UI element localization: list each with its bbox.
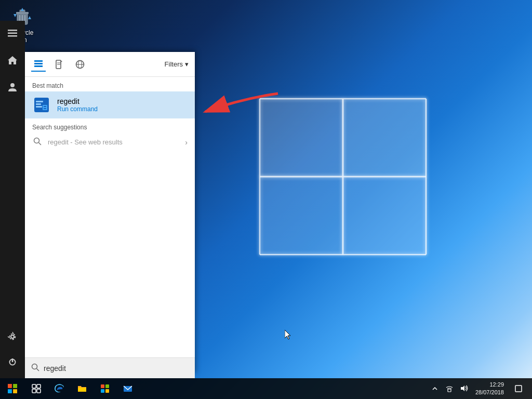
- svg-rect-9: [343, 177, 425, 254]
- svg-rect-43: [44, 106, 46, 107]
- svg-marker-17: [14, 14, 17, 17]
- svg-rect-54: [37, 384, 41, 388]
- taskbar-edge[interactable]: [48, 378, 71, 399]
- svg-marker-18: [28, 16, 31, 19]
- taskbar-store[interactable]: [94, 378, 116, 399]
- notification-center-button[interactable]: [509, 378, 528, 399]
- svg-rect-65: [515, 385, 522, 392]
- sidebar-hamburger-icon[interactable]: [0, 21, 25, 46]
- svg-point-24: [10, 83, 15, 87]
- svg-rect-63: [448, 389, 451, 392]
- svg-rect-60: [101, 389, 104, 393]
- sidebar-settings-icon[interactable]: [0, 324, 25, 349]
- regedit-icon: [32, 96, 51, 114]
- svg-rect-30: [34, 63, 43, 64]
- best-match-item[interactable]: regedit Run command: [25, 91, 195, 118]
- start-menu: Filters ▾ Best match regedit Run command…: [25, 52, 195, 374]
- svg-line-46: [39, 143, 42, 145]
- filter-bar: Filters ▾: [25, 52, 195, 77]
- svg-rect-49: [8, 384, 12, 388]
- filters-button[interactable]: Filters ▾: [165, 60, 189, 68]
- suggestion-suffix: - See web results: [69, 138, 123, 146]
- filter-doc-icon[interactable]: [52, 57, 66, 72]
- network-icon[interactable]: [443, 378, 456, 399]
- svg-rect-61: [105, 389, 109, 393]
- svg-point-25: [11, 335, 14, 338]
- search-suggestion-icon: [32, 137, 43, 147]
- svg-point-47: [32, 364, 37, 369]
- best-match-name: regedit: [57, 97, 98, 105]
- taskbar-taskview[interactable]: [25, 378, 48, 399]
- start-button[interactable]: [0, 378, 25, 399]
- svg-rect-21: [8, 33, 17, 34]
- clock-time: 12:29: [475, 381, 504, 389]
- svg-rect-8: [260, 177, 342, 254]
- taskbar: 12:29 28/07/2018: [0, 378, 532, 399]
- svg-rect-29: [34, 60, 43, 62]
- svg-marker-16: [21, 8, 24, 11]
- sidebar-user-icon[interactable]: [0, 75, 25, 100]
- filter-grid-icon[interactable]: [31, 57, 46, 72]
- svg-marker-23: [8, 56, 17, 64]
- start-search-bar[interactable]: [25, 357, 195, 378]
- suggestion-item[interactable]: regedit - See web results ›: [25, 133, 195, 151]
- start-search-input[interactable]: [44, 364, 189, 373]
- suggestion-main: regedit: [48, 138, 69, 146]
- svg-rect-58: [101, 384, 104, 388]
- svg-rect-42: [43, 105, 47, 110]
- start-search-icon: [31, 363, 39, 373]
- best-match-label: Best match: [25, 77, 195, 91]
- svg-rect-50: [13, 384, 17, 388]
- suggestion-text: regedit - See web results: [48, 138, 180, 146]
- show-hidden-icons-button[interactable]: [429, 378, 441, 399]
- svg-rect-56: [37, 389, 41, 393]
- svg-rect-40: [36, 103, 41, 105]
- svg-marker-64: [461, 385, 464, 391]
- svg-rect-41: [36, 106, 42, 108]
- volume-icon[interactable]: [458, 378, 470, 399]
- svg-rect-55: [32, 389, 36, 393]
- svg-rect-51: [8, 389, 12, 393]
- windows-logo: [208, 73, 478, 281]
- filter-web-icon[interactable]: [73, 57, 87, 72]
- best-match-text: regedit Run command: [57, 97, 98, 113]
- sidebar-home-icon[interactable]: [0, 48, 25, 73]
- svg-rect-52: [13, 389, 17, 393]
- suggestion-arrow-icon: ›: [185, 138, 188, 147]
- svg-rect-39: [36, 101, 43, 102]
- taskbar-explorer[interactable]: [71, 378, 94, 399]
- svg-rect-44: [44, 108, 46, 109]
- chevron-down-icon: ▾: [185, 60, 189, 68]
- svg-line-48: [37, 369, 39, 371]
- taskbar-mail[interactable]: [116, 378, 139, 399]
- svg-rect-57: [78, 388, 86, 392]
- svg-rect-7: [343, 99, 425, 176]
- svg-rect-6: [260, 99, 342, 176]
- suggestions-label: Search suggestions: [25, 118, 195, 133]
- svg-rect-31: [34, 65, 43, 67]
- sidebar-power-icon[interactable]: [0, 349, 25, 374]
- svg-point-45: [34, 138, 39, 143]
- svg-rect-20: [8, 30, 17, 31]
- svg-rect-22: [8, 35, 17, 37]
- start-menu-sidebar: [0, 21, 25, 378]
- svg-rect-53: [32, 384, 36, 388]
- taskbar-clock[interactable]: 12:29 28/07/2018: [472, 381, 507, 397]
- best-match-sub: Run command: [57, 105, 98, 113]
- filters-text: Filters: [165, 60, 183, 68]
- taskbar-tray: 12:29 28/07/2018: [429, 378, 532, 399]
- svg-rect-59: [105, 384, 109, 388]
- clock-date: 28/07/2018: [475, 389, 504, 396]
